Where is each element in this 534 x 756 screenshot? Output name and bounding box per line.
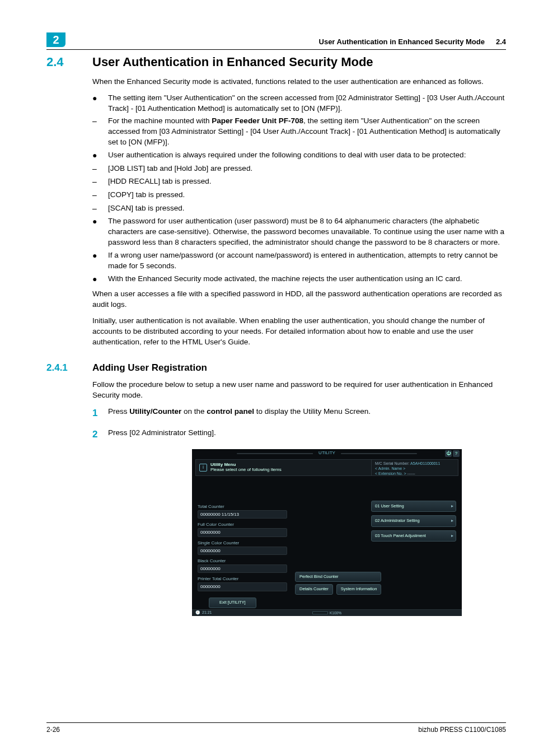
text: to display the Utility Menu Screen. xyxy=(254,407,371,416)
total-counter-value: 00000000 11/15/13 xyxy=(198,510,287,519)
list-text: For the machine mounted with Paper Feede… xyxy=(108,116,506,148)
touch-panel-adjustment-button[interactable]: 03 Touch Panel Adjustment xyxy=(371,530,456,542)
help-icon[interactable]: ? xyxy=(453,450,460,457)
utility-menu-screenshot: UTILITY ⏻ ? i Utility Menu Please select… xyxy=(192,449,462,616)
step-text: Press Utility/Counter on the control pan… xyxy=(108,407,371,417)
single-color-counter-value: 00000000 xyxy=(198,547,287,555)
machine-info: M/C Serial Number: A5AH011000011 < Admin… xyxy=(371,460,458,475)
bold-text: Utility/Counter xyxy=(129,407,181,416)
memory-indicator: K100% xyxy=(312,610,341,615)
list-item: –[HDD RECALL] tab is pressed. xyxy=(92,176,506,188)
user-setting-button[interactable]: 01 User Setting xyxy=(371,501,456,512)
running-head-section: 2.4 xyxy=(496,37,506,47)
exit-utility-button[interactable]: Exit [UTILITY] xyxy=(209,598,256,608)
list-text: The setting item "User Authentication" o… xyxy=(108,93,506,114)
printer-total-counter-label: Printer Total Counter xyxy=(198,576,287,582)
subsection-title: Adding User Registration xyxy=(92,361,207,375)
paragraph: When a user accesses a file with a speci… xyxy=(92,289,506,310)
list-text: With the Enhanced Security mode activate… xyxy=(108,274,462,285)
intro-paragraph: When the Enhanced Security mode is activ… xyxy=(92,77,506,87)
admin-name-label: < Admin. Name > xyxy=(375,466,455,471)
list-item: ●If a wrong user name/password (or accou… xyxy=(92,250,506,272)
subsection-number: 2.4.1 xyxy=(46,361,92,375)
step-item: 1 Press Utility/Counter on the control p… xyxy=(92,407,506,420)
administrator-setting-button[interactable]: 02 Administrator Setting xyxy=(371,515,456,527)
utility-header-icons: ⏻ ? xyxy=(445,450,460,457)
list-item: –[JOB LIST] tab and [Hold Job] are press… xyxy=(92,164,506,175)
running-head-title: User Authentication in Enhanced Security… xyxy=(71,37,485,47)
list-text: [JOB LIST] tab and [Hold Job] are presse… xyxy=(108,164,252,175)
intro-paragraph: Follow the procedure below to setup a ne… xyxy=(92,380,506,401)
section-number: 2.4 xyxy=(46,54,92,71)
text: on the xyxy=(181,407,207,416)
exit-button-container: Exit [UTILITY] xyxy=(209,598,256,608)
list-item: –[COPY] tab is pressed. xyxy=(92,190,506,201)
black-counter-value: 00000000 xyxy=(198,564,287,573)
info-icon: i xyxy=(199,464,207,472)
info-text: Utility Menu Please select one of follow… xyxy=(210,463,282,473)
counter-button-group: Perfect Bind Counter Details Counter Sys… xyxy=(295,572,381,595)
clock-value: 21:21 xyxy=(202,610,212,615)
page-footer: 2-26 bizhub PRESS C1100/C1085 xyxy=(46,722,506,735)
step-item: 2 Press [02 Administrator Setting]. xyxy=(92,428,506,441)
step-number: 2 xyxy=(92,428,108,441)
printer-total-counter-value: 00000000 xyxy=(198,582,287,591)
list-text: If a wrong user name/password (or accoun… xyxy=(108,250,506,272)
product-name: bizhub PRESS C1100/C1085 xyxy=(418,725,506,735)
bold-text: Paper Feeder Unit PF-708 xyxy=(212,116,303,125)
extension-value: ------ xyxy=(407,472,415,475)
single-color-counter-label: Single Color Counter xyxy=(198,540,287,546)
paragraph: Initially, user authentication is not av… xyxy=(92,316,506,348)
subsection-heading: 2.4.1 Adding User Registration xyxy=(46,361,506,375)
text: Press xyxy=(108,407,129,416)
list-text: [COPY] tab is pressed. xyxy=(108,190,185,201)
memory-bar-icon xyxy=(312,612,328,614)
clock-icon: 🕘 xyxy=(195,610,200,615)
list-item: – For the machine mounted with Paper Fee… xyxy=(92,116,506,148)
memory-value: K100% xyxy=(330,610,341,615)
list-text: [HDD RECALL] tab is pressed. xyxy=(108,176,212,188)
list-item: ●The password for user authentication (u… xyxy=(92,216,506,248)
full-color-counter-label: Full Color Counter xyxy=(198,521,287,528)
utility-info-bar: i Utility Menu Please select one of foll… xyxy=(195,459,458,476)
list-item: –[SCAN] tab is pressed. xyxy=(92,203,506,214)
details-counter-button[interactable]: Details Counter xyxy=(295,584,333,595)
utility-tab-bar: UTILITY xyxy=(237,450,417,458)
perfect-bind-counter-button[interactable]: Perfect Bind Counter xyxy=(295,572,381,582)
counter-panel: Total Counter 00000000 11/15/13 Full Col… xyxy=(198,501,287,591)
serial-label: M/C Serial Number: xyxy=(375,461,409,465)
list-item: ●User authentication is always required … xyxy=(92,150,506,161)
info-left: i Utility Menu Please select one of foll… xyxy=(196,460,371,475)
total-counter-label: Total Counter xyxy=(198,503,287,510)
page-header: 2 User Authentication in Enhanced Securi… xyxy=(46,32,506,50)
system-information-button[interactable]: System Information xyxy=(336,584,382,595)
step-number: 1 xyxy=(92,407,108,420)
power-icon[interactable]: ⏻ xyxy=(445,450,452,457)
list-text: The password for user authentication (us… xyxy=(108,216,506,248)
extension-label: < Extension No. > xyxy=(375,472,406,475)
section-heading: 2.4 User Authentication in Enhanced Secu… xyxy=(46,54,506,71)
section-title: User Authentication in Enhanced Security… xyxy=(92,54,373,71)
list-text: User authentication is always required u… xyxy=(108,150,466,161)
bullet-list: ●The setting item "User Authentication" … xyxy=(92,93,506,284)
black-counter-label: Black Counter xyxy=(198,558,287,564)
list-item: ●The setting item "User Authentication" … xyxy=(92,93,506,114)
step-text: Press [02 Administrator Setting]. xyxy=(108,428,216,438)
page-content: 2.4 User Authentication in Enhanced Secu… xyxy=(46,54,506,722)
page-number: 2-26 xyxy=(46,725,60,735)
bold-text: control panel xyxy=(207,407,254,416)
text: For the machine mounted with xyxy=(108,116,212,125)
list-item: ●With the Enhanced Security mode activat… xyxy=(92,274,506,285)
utility-menu-list: 01 User Setting 02 Administrator Setting… xyxy=(371,501,456,542)
list-text: [SCAN] tab is pressed. xyxy=(108,203,185,214)
chapter-number-badge: 2 xyxy=(46,32,65,47)
serial-value: A5AH011000011 xyxy=(410,461,440,465)
full-color-counter-value: 00000000 xyxy=(198,528,287,536)
utility-prompt: Please select one of following items xyxy=(210,468,282,473)
utility-tab-label: UTILITY xyxy=(313,450,341,456)
status-bar: 🕘 21:21 K100% xyxy=(192,609,462,616)
